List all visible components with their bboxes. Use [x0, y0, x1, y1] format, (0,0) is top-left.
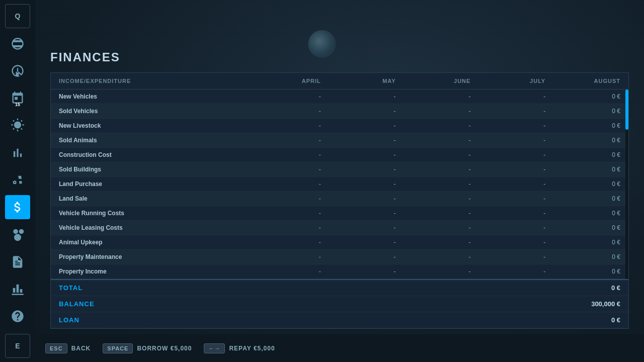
- row-category: Property Income: [59, 268, 246, 275]
- table-row: Vehicle Leasing Costs - - - - 0 €: [51, 221, 628, 235]
- row-august: 0 €: [545, 268, 620, 275]
- sidebar-item-stats[interactable]: [5, 141, 30, 165]
- row-june: -: [396, 137, 471, 144]
- row-august: 0 €: [545, 151, 620, 158]
- main-content: FINANCES INCOME/EXPENDITURE APRIL MAY JU…: [35, 0, 644, 362]
- sidebar-item-globe[interactable]: [5, 31, 30, 55]
- key-badge: SPACE: [103, 343, 133, 353]
- sidebar-item-help[interactable]: [5, 304, 30, 328]
- sidebar-item-contracts[interactable]: [5, 250, 30, 274]
- finances-table: INCOME/EXPENDITURE APRIL MAY JUNE JULY A…: [50, 72, 629, 329]
- row-category: Sold Buildings: [59, 166, 246, 173]
- row-category: Construction Cost: [59, 151, 246, 158]
- table-row: Sold Animals - - - - 0 €: [51, 133, 628, 148]
- page-title: FINANCES: [50, 50, 629, 64]
- row-may: -: [321, 93, 396, 100]
- row-july: -: [470, 166, 545, 173]
- key-btn-repay-------[interactable]: ←→ REPAY €5,000: [204, 343, 275, 353]
- row-june: -: [396, 210, 471, 217]
- row-category: Land Purchase: [59, 180, 246, 188]
- footer-row-balance: BALANCE 300,000 €: [51, 296, 628, 312]
- scrollbar-track: [625, 89, 628, 279]
- col-header-august: AUGUST: [545, 78, 620, 84]
- sidebar-item-finances[interactable]: [5, 195, 30, 219]
- row-april: -: [246, 93, 321, 100]
- footer-section: TOTAL 0 € BALANCE 300,000 € LOAN 0 €: [51, 279, 628, 328]
- sidebar-item-q[interactable]: Q: [5, 4, 30, 28]
- row-april: -: [246, 210, 321, 217]
- row-april: -: [246, 151, 321, 158]
- row-april: -: [246, 239, 321, 246]
- sidebar-item-weather[interactable]: [5, 113, 30, 137]
- table-row: Sold Buildings - - - - 0 €: [51, 162, 628, 177]
- table-header: INCOME/EXPENDITURE APRIL MAY JUNE JULY A…: [51, 73, 628, 89]
- row-june: -: [396, 195, 471, 202]
- row-august: 0 €: [545, 253, 620, 260]
- footer-label: TOTAL: [59, 284, 246, 292]
- sidebar-item-steering[interactable]: [5, 59, 30, 83]
- row-june: -: [396, 166, 471, 173]
- table-row: Land Purchase - - - - 0 €: [51, 177, 628, 192]
- row-july: -: [470, 253, 545, 260]
- sidebar-item-tractor[interactable]: [5, 168, 30, 192]
- row-august: 0 €: [545, 239, 620, 246]
- row-may: -: [321, 122, 396, 129]
- row-may: -: [321, 151, 396, 158]
- table-row: Sold Vehicles - - - - 0 €: [51, 104, 628, 119]
- row-june: -: [396, 239, 471, 246]
- key-btn-back[interactable]: ESC BACK: [45, 343, 91, 353]
- row-june: -: [396, 122, 471, 129]
- row-july: -: [470, 195, 545, 202]
- row-july: -: [470, 239, 545, 246]
- footer-label: LOAN: [59, 316, 246, 324]
- row-may: -: [321, 224, 396, 231]
- row-april: -: [246, 122, 321, 129]
- row-july: -: [470, 108, 545, 115]
- row-june: -: [396, 93, 471, 100]
- key-label: BORROW €5,000: [137, 345, 192, 352]
- row-may: -: [321, 137, 396, 144]
- row-may: -: [321, 239, 396, 246]
- key-badge: ESC: [45, 343, 67, 353]
- row-july: -: [470, 93, 545, 100]
- row-may: -: [321, 268, 396, 275]
- key-label: BACK: [71, 345, 91, 352]
- sidebar-item-calendar[interactable]: 15: [5, 86, 30, 110]
- row-june: -: [396, 253, 471, 260]
- sidebar: Q 15 E: [0, 0, 35, 362]
- footer-label: BALANCE: [59, 300, 246, 308]
- row-may: -: [321, 108, 396, 115]
- key-btn-borrow-------[interactable]: SPACE BORROW €5,000: [103, 343, 192, 353]
- table-body: New Vehicles - - - - 0 € Sold Vehicles -…: [51, 89, 628, 279]
- row-april: -: [246, 108, 321, 115]
- sidebar-item-e[interactable]: E: [5, 334, 30, 358]
- col-header-july: JULY: [470, 78, 545, 84]
- row-may: -: [321, 180, 396, 188]
- row-may: -: [321, 210, 396, 217]
- col-header-may: MAY: [321, 78, 396, 84]
- row-july: -: [470, 210, 545, 217]
- table-row: Construction Cost - - - - 0 €: [51, 148, 628, 162]
- row-june: -: [396, 151, 471, 158]
- row-april: -: [246, 268, 321, 275]
- bottom-bar: ESC BACK SPACE BORROW €5,000 ←→ REPAY €5…: [35, 334, 644, 362]
- row-august: 0 €: [545, 122, 620, 129]
- footer-row-total: TOTAL 0 €: [51, 280, 628, 296]
- row-april: -: [246, 195, 321, 202]
- row-june: -: [396, 180, 471, 188]
- row-july: -: [470, 268, 545, 275]
- scrollbar-thumb[interactable]: [625, 89, 628, 130]
- row-category: New Livestock: [59, 122, 246, 129]
- row-april: -: [246, 224, 321, 231]
- table-row: Vehicle Running Costs - - - - 0 €: [51, 206, 628, 221]
- sidebar-item-production[interactable]: [5, 277, 30, 301]
- row-june: -: [396, 224, 471, 231]
- row-august: 0 €: [545, 224, 620, 231]
- row-april: -: [246, 253, 321, 260]
- row-august: 0 €: [545, 180, 620, 188]
- row-category: Land Sale: [59, 195, 246, 202]
- row-category: Animal Upkeep: [59, 239, 246, 246]
- row-july: -: [470, 137, 545, 144]
- sidebar-item-animals[interactable]: [5, 222, 30, 246]
- row-august: 0 €: [545, 210, 620, 217]
